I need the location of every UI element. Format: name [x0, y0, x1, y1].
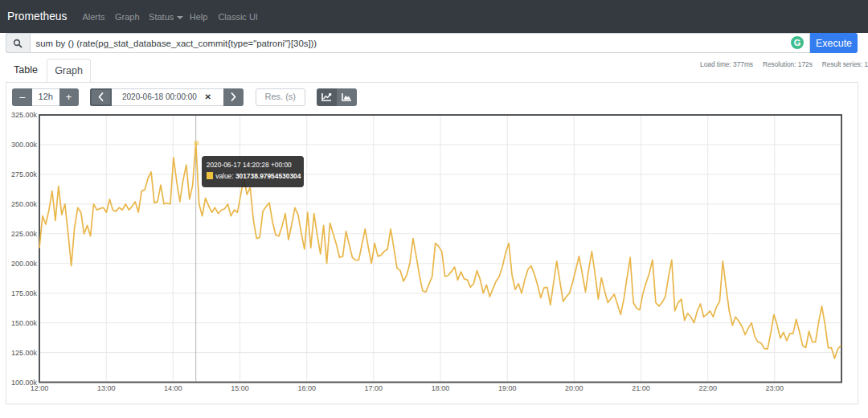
svg-text:23:00: 23:00: [766, 384, 784, 392]
svg-text:275.00k: 275.00k: [11, 170, 38, 178]
svg-text:250.00k: 250.00k: [11, 200, 38, 208]
svg-text:20:00: 20:00: [565, 384, 583, 392]
svg-text:22:00: 22:00: [698, 384, 717, 392]
svg-text:18:00: 18:00: [432, 384, 450, 392]
svg-text:225.00k: 225.00k: [11, 230, 38, 238]
svg-text:175.00k: 175.00k: [11, 289, 38, 297]
svg-text:21:00: 21:00: [632, 384, 650, 392]
svg-text:12:00: 12:00: [31, 384, 49, 392]
svg-text:300.00k: 300.00k: [11, 141, 38, 149]
svg-text:16:00: 16:00: [297, 384, 316, 392]
svg-text:14:00: 14:00: [164, 384, 182, 392]
svg-text:13:00: 13:00: [97, 384, 116, 392]
svg-text:19:00: 19:00: [498, 384, 517, 392]
svg-text:15:00: 15:00: [231, 384, 249, 392]
svg-text:325.00k: 325.00k: [11, 111, 38, 119]
svg-text:125.00k: 125.00k: [11, 349, 38, 357]
svg-text:200.00k: 200.00k: [11, 260, 38, 268]
svg-text:150.00k: 150.00k: [11, 319, 38, 327]
svg-text:17:00: 17:00: [365, 384, 383, 392]
